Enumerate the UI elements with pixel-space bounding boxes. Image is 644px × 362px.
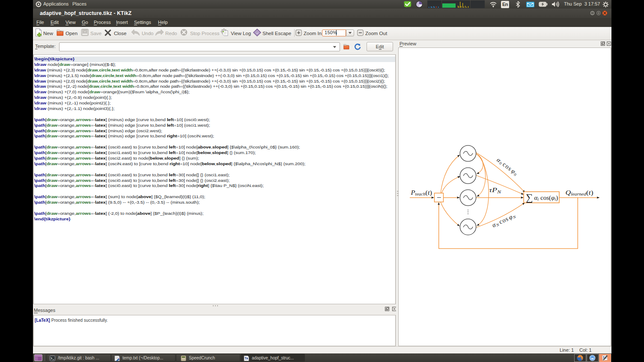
svg-text:τPN: τPN <box>489 187 502 194</box>
svg-text:αNcosφN: αNcosφN <box>491 212 517 229</box>
svg-text:Qlearned(t): Qlearned(t) <box>566 189 593 197</box>
svg-text:Pteach(t): Pteach(t) <box>410 189 432 197</box>
svg-text:α0cosφ0: α0cosφ0 <box>495 156 519 177</box>
